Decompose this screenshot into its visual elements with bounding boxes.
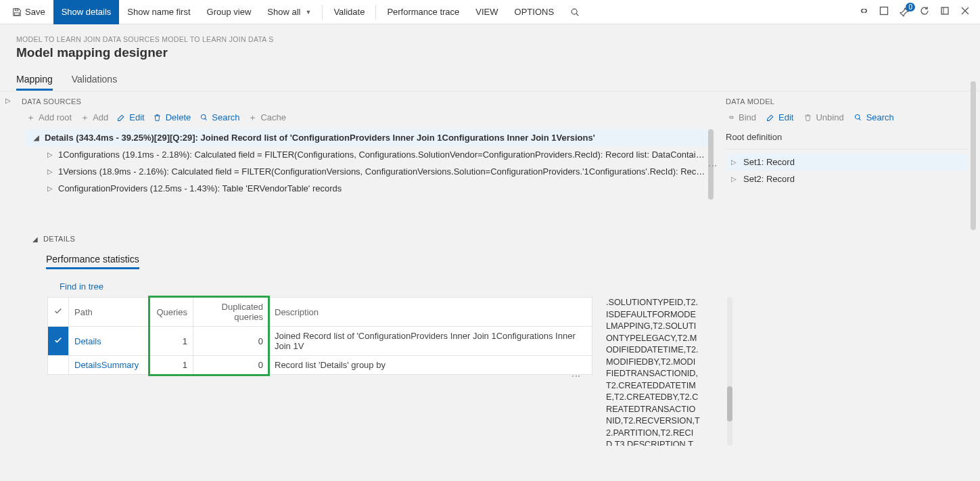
chevron-right-icon[interactable]: ▷	[46, 185, 54, 192]
tree-row[interactable]: ▷1Configurations (19.1ms - 2.18%): Calcu…	[26, 146, 712, 163]
data-model-panel: DATA MODEL Bind Edit Unbind	[720, 91, 980, 481]
cell-queries: 1	[150, 356, 193, 375]
chevron-right-icon[interactable]: ▷	[730, 175, 738, 183]
tree-row[interactable]: ▷1Versions (18.9ms - 2.16%): Calculated …	[26, 163, 712, 180]
page-header: MODEL TO LEARN JOIN DATA SOURCES MODEL T…	[0, 24, 980, 64]
panel-splitter[interactable]: ⋮	[707, 161, 718, 170]
performance-statistics-tab[interactable]: Performance statistics	[46, 254, 139, 269]
chevron-right-icon[interactable]: ▷	[5, 97, 11, 104]
cell-duplicated-queries: 0	[193, 356, 269, 375]
table-row[interactable]: Details10Joined Record list of 'Configur…	[48, 327, 592, 356]
delete-button[interactable]: Delete	[153, 112, 191, 122]
collapse-rail: ▷	[0, 91, 16, 481]
sql-scrollbar[interactable]	[727, 297, 732, 446]
cell-description: Record list 'Details' group by	[269, 356, 592, 375]
find-in-tree-link[interactable]: Find in tree	[60, 281, 103, 292]
group-view-button[interactable]: Group view	[199, 0, 260, 24]
cache-button[interactable]: ＋ Cache	[248, 112, 286, 122]
link-icon[interactable]	[858, 5, 869, 18]
divider	[726, 149, 968, 150]
data-model-row[interactable]: ▷Set2: Record	[726, 170, 968, 187]
attachments-button[interactable]: 0	[899, 7, 910, 18]
data-model-row-label: Set1: Record	[743, 157, 795, 167]
add-root-label: Add root	[39, 112, 72, 122]
right-scrollbar-thumb[interactable]	[971, 81, 976, 230]
search-icon	[854, 113, 863, 122]
dm-edit-label: Edit	[778, 112, 793, 122]
tree-row-label: 1Configurations (19.1ms - 2.18%): Calcul…	[58, 150, 707, 160]
chevron-right-icon[interactable]: ▷	[46, 151, 54, 158]
right-scrollbar[interactable]	[971, 81, 976, 271]
app-toolbar: Save Show details Show name first Group …	[0, 0, 980, 24]
save-icon	[12, 7, 22, 17]
row-select-cell[interactable]	[48, 356, 69, 375]
show-name-first-button[interactable]: Show name first	[119, 0, 198, 24]
toolbar-search-button[interactable]	[562, 0, 588, 24]
show-all-label: Show all	[267, 7, 300, 17]
attachments-badge: 0	[906, 3, 915, 12]
edit-label: Edit	[129, 112, 144, 122]
splitter-handle[interactable]: ⋮	[571, 371, 582, 380]
col-path[interactable]: Path	[69, 298, 150, 327]
popout-icon	[939, 5, 950, 16]
tree-row[interactable]: ▷ConfigurationProviders (12.5ms - 1.43%)…	[26, 180, 712, 197]
details-heading: DETAILS	[43, 235, 75, 243]
edit-button[interactable]: Edit	[116, 112, 144, 122]
show-details-button[interactable]: Show details	[53, 0, 120, 24]
toolbar-separator	[322, 5, 323, 20]
svg-line-7	[205, 118, 206, 120]
breadcrumb: MODEL TO LEARN JOIN DATA SOURCES MODEL T…	[16, 35, 964, 43]
refresh-button[interactable]	[919, 5, 930, 18]
refresh-icon	[919, 5, 930, 16]
close-button[interactable]	[960, 5, 971, 18]
validate-label: Validate	[333, 7, 365, 17]
data-model-heading: DATA MODEL	[726, 91, 968, 108]
dm-edit-button[interactable]: Edit	[766, 112, 793, 122]
save-button[interactable]: Save	[4, 0, 53, 24]
show-all-button[interactable]: Show all ▼	[259, 0, 319, 24]
tree-row[interactable]: ◢Details (343.4ms - 39.25%)[29][Q:29]: J…	[26, 129, 712, 146]
tab-validations[interactable]: Validations	[72, 70, 117, 91]
col-dup[interactable]: Duplicated queries	[193, 298, 269, 327]
table-row[interactable]: DetailsSummary10Record list 'Details' gr…	[48, 356, 592, 375]
col-check[interactable]	[48, 298, 69, 327]
svg-line-9	[859, 118, 860, 120]
sql-scrollbar-thumb[interactable]	[727, 386, 732, 421]
cell-path[interactable]: DetailsSummary	[69, 356, 150, 375]
dm-search-label: Search	[866, 112, 894, 122]
view-menu[interactable]: VIEW	[467, 0, 506, 24]
search-button[interactable]: Search	[199, 112, 239, 122]
col-desc[interactable]: Description	[269, 298, 592, 327]
details-heading-row[interactable]: ◢ DETAILS	[16, 232, 720, 246]
office-icon[interactable]	[879, 5, 889, 18]
options-menu[interactable]: OPTIONS	[507, 0, 563, 24]
add-root-button[interactable]: ＋ Add root	[26, 112, 72, 122]
sql-pane[interactable]: .SOLUTIONTYPEID,T2.ISDEFAULTFORMODELMAPP…	[606, 297, 700, 446]
performance-trace-button[interactable]: Performance trace	[379, 0, 467, 24]
toolbar-separator	[375, 5, 376, 20]
data-sources-tree: ◢Details (343.4ms - 39.25%)[29][Q:29]: J…	[26, 129, 712, 197]
cell-description: Joined Record list of 'ConfigurationProv…	[269, 327, 592, 356]
cell-path[interactable]: Details	[69, 327, 150, 356]
unbind-button[interactable]: Unbind	[803, 112, 843, 122]
row-select-cell[interactable]	[48, 327, 69, 356]
tab-mapping[interactable]: Mapping	[16, 70, 53, 91]
dm-search-button[interactable]: Search	[854, 112, 894, 122]
col-queries[interactable]: Queries	[150, 298, 193, 327]
show-details-label: Show details	[62, 7, 112, 17]
chevron-right-icon[interactable]: ▷	[46, 168, 54, 175]
search-label: Search	[212, 112, 239, 122]
svg-point-2	[571, 9, 577, 14]
popout-button[interactable]	[939, 5, 950, 18]
show-name-first-label: Show name first	[127, 7, 190, 17]
chevron-right-icon[interactable]: ▷	[730, 158, 738, 166]
cell-queries: 1	[150, 327, 193, 356]
add-button[interactable]: ＋ Add	[80, 112, 108, 122]
details-section: ◢ DETAILS Performance statistics Find in…	[16, 232, 720, 446]
root-definition-label: Root definition	[726, 128, 968, 145]
bind-button[interactable]: Bind	[726, 112, 756, 122]
svg-point-6	[201, 114, 206, 119]
validate-button[interactable]: Validate	[325, 0, 373, 24]
data-model-row[interactable]: ▷Set1: Record	[726, 154, 968, 170]
chevron-down-icon[interactable]: ◢	[32, 134, 41, 141]
